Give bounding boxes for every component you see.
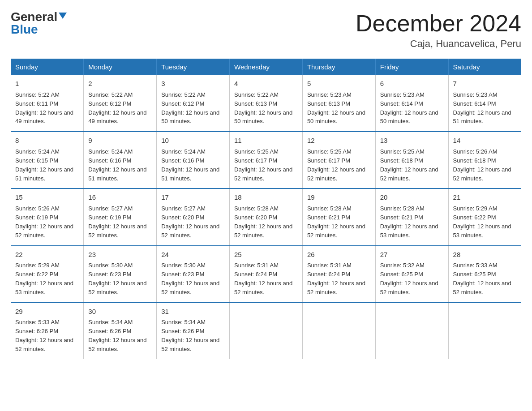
day-info: Sunrise: 5:22 AMSunset: 6:11 PMDaylight:… xyxy=(15,91,73,125)
calendar-day-cell: 4 Sunrise: 5:22 AMSunset: 6:13 PMDayligh… xyxy=(230,75,303,132)
calendar-header-row: SundayMondayTuesdayWednesdayThursdayFrid… xyxy=(11,59,521,75)
calendar-week-row: 29 Sunrise: 5:33 AMSunset: 6:26 PMDaylig… xyxy=(11,303,521,359)
day-info: Sunrise: 5:22 AMSunset: 6:13 PMDaylight:… xyxy=(234,91,292,125)
day-number: 4 xyxy=(234,79,298,89)
day-info: Sunrise: 5:32 AMSunset: 6:25 PMDaylight:… xyxy=(380,262,438,295)
day-number: 18 xyxy=(234,193,298,202)
logo-triangle-icon xyxy=(59,13,67,19)
day-info: Sunrise: 5:23 AMSunset: 6:14 PMDaylight:… xyxy=(453,91,511,125)
day-number: 3 xyxy=(161,79,225,89)
day-number: 28 xyxy=(453,250,517,260)
day-number: 2 xyxy=(88,79,152,89)
day-number: 23 xyxy=(88,250,152,260)
day-info: Sunrise: 5:26 AMSunset: 6:19 PMDaylight:… xyxy=(15,205,73,239)
calendar-day-cell: 26 Sunrise: 5:31 AMSunset: 6:24 PMDaylig… xyxy=(302,246,375,303)
day-info: Sunrise: 5:24 AMSunset: 6:15 PMDaylight:… xyxy=(15,148,73,182)
calendar-day-cell: 17 Sunrise: 5:27 AMSunset: 6:20 PMDaylig… xyxy=(157,188,230,245)
calendar-day-cell: 14 Sunrise: 5:26 AMSunset: 6:18 PMDaylig… xyxy=(448,132,521,188)
calendar-day-cell: 6 Sunrise: 5:23 AMSunset: 6:14 PMDayligh… xyxy=(375,75,448,132)
calendar-day-header: Monday xyxy=(84,59,157,75)
logo-blue-text: Blue xyxy=(11,23,38,36)
day-number: 13 xyxy=(380,136,444,146)
day-number: 27 xyxy=(380,250,444,260)
day-info: Sunrise: 5:29 AMSunset: 6:22 PMDaylight:… xyxy=(453,205,511,239)
logo: General Blue xyxy=(11,11,67,36)
calendar-day-cell: 11 Sunrise: 5:25 AMSunset: 6:17 PMDaylig… xyxy=(230,132,303,188)
day-info: Sunrise: 5:26 AMSunset: 6:18 PMDaylight:… xyxy=(453,148,511,182)
calendar-day-cell: 10 Sunrise: 5:24 AMSunset: 6:16 PMDaylig… xyxy=(157,132,230,188)
page-title: December 2024 xyxy=(356,11,521,36)
day-info: Sunrise: 5:30 AMSunset: 6:23 PMDaylight:… xyxy=(88,262,146,295)
calendar-day-cell: 2 Sunrise: 5:22 AMSunset: 6:12 PMDayligh… xyxy=(84,75,157,132)
day-info: Sunrise: 5:24 AMSunset: 6:16 PMDaylight:… xyxy=(161,148,219,182)
calendar-day-cell: 24 Sunrise: 5:30 AMSunset: 6:23 PMDaylig… xyxy=(157,246,230,303)
day-number: 1 xyxy=(15,79,79,89)
calendar-day-cell: 12 Sunrise: 5:25 AMSunset: 6:17 PMDaylig… xyxy=(302,132,375,188)
day-info: Sunrise: 5:22 AMSunset: 6:12 PMDaylight:… xyxy=(161,91,219,125)
calendar-day-cell: 21 Sunrise: 5:29 AMSunset: 6:22 PMDaylig… xyxy=(448,188,521,245)
logo-general-text: General xyxy=(11,11,57,23)
day-info: Sunrise: 5:28 AMSunset: 6:21 PMDaylight:… xyxy=(380,205,438,239)
day-number: 17 xyxy=(161,193,225,202)
calendar-day-cell: 3 Sunrise: 5:22 AMSunset: 6:12 PMDayligh… xyxy=(157,75,230,132)
day-number: 9 xyxy=(88,136,152,146)
day-info: Sunrise: 5:29 AMSunset: 6:22 PMDaylight:… xyxy=(15,262,73,295)
calendar-day-cell: 25 Sunrise: 5:31 AMSunset: 6:24 PMDaylig… xyxy=(230,246,303,303)
day-number: 12 xyxy=(307,136,371,146)
day-info: Sunrise: 5:25 AMSunset: 6:17 PMDaylight:… xyxy=(307,148,365,182)
calendar-day-cell: 22 Sunrise: 5:29 AMSunset: 6:22 PMDaylig… xyxy=(11,246,84,303)
day-info: Sunrise: 5:34 AMSunset: 6:26 PMDaylight:… xyxy=(88,319,146,352)
day-number: 19 xyxy=(307,193,371,202)
page-subtitle: Caja, Huancavelica, Peru xyxy=(356,38,521,50)
calendar-day-cell: 27 Sunrise: 5:32 AMSunset: 6:25 PMDaylig… xyxy=(375,246,448,303)
calendar-day-cell: 5 Sunrise: 5:23 AMSunset: 6:13 PMDayligh… xyxy=(302,75,375,132)
calendar-day-cell: 13 Sunrise: 5:25 AMSunset: 6:18 PMDaylig… xyxy=(375,132,448,188)
calendar-day-cell xyxy=(302,303,375,359)
day-info: Sunrise: 5:28 AMSunset: 6:20 PMDaylight:… xyxy=(234,205,292,239)
calendar-day-header: Friday xyxy=(375,59,448,75)
calendar-day-cell: 19 Sunrise: 5:28 AMSunset: 6:21 PMDaylig… xyxy=(302,188,375,245)
calendar-day-header: Wednesday xyxy=(230,59,303,75)
day-info: Sunrise: 5:33 AMSunset: 6:25 PMDaylight:… xyxy=(453,262,511,295)
calendar-week-row: 22 Sunrise: 5:29 AMSunset: 6:22 PMDaylig… xyxy=(11,246,521,303)
calendar-day-header: Saturday xyxy=(448,59,521,75)
calendar-table: SundayMondayTuesdayWednesdayThursdayFrid… xyxy=(11,59,521,359)
day-number: 7 xyxy=(453,79,517,89)
calendar-day-header: Tuesday xyxy=(157,59,230,75)
calendar-day-cell xyxy=(448,303,521,359)
day-number: 16 xyxy=(88,193,152,202)
day-number: 14 xyxy=(453,136,517,146)
day-number: 24 xyxy=(161,250,225,260)
calendar-day-cell: 20 Sunrise: 5:28 AMSunset: 6:21 PMDaylig… xyxy=(375,188,448,245)
day-info: Sunrise: 5:28 AMSunset: 6:21 PMDaylight:… xyxy=(307,205,365,239)
calendar-day-cell: 15 Sunrise: 5:26 AMSunset: 6:19 PMDaylig… xyxy=(11,188,84,245)
day-number: 15 xyxy=(15,193,79,202)
page-header: General Blue December 2024 Caja, Huancav… xyxy=(11,11,521,50)
day-info: Sunrise: 5:30 AMSunset: 6:23 PMDaylight:… xyxy=(161,262,219,295)
calendar-day-cell: 23 Sunrise: 5:30 AMSunset: 6:23 PMDaylig… xyxy=(84,246,157,303)
calendar-week-row: 1 Sunrise: 5:22 AMSunset: 6:11 PMDayligh… xyxy=(11,75,521,132)
calendar-day-cell: 30 Sunrise: 5:34 AMSunset: 6:26 PMDaylig… xyxy=(84,303,157,359)
calendar-day-cell: 29 Sunrise: 5:33 AMSunset: 6:26 PMDaylig… xyxy=(11,303,84,359)
day-number: 6 xyxy=(380,79,444,89)
day-number: 11 xyxy=(234,136,298,146)
day-info: Sunrise: 5:25 AMSunset: 6:18 PMDaylight:… xyxy=(380,148,438,182)
day-number: 5 xyxy=(307,79,371,89)
day-number: 26 xyxy=(307,250,371,260)
calendar-day-cell: 31 Sunrise: 5:34 AMSunset: 6:26 PMDaylig… xyxy=(157,303,230,359)
day-number: 29 xyxy=(15,307,79,317)
day-info: Sunrise: 5:31 AMSunset: 6:24 PMDaylight:… xyxy=(307,262,365,295)
calendar-week-row: 8 Sunrise: 5:24 AMSunset: 6:15 PMDayligh… xyxy=(11,132,521,188)
calendar-day-cell: 8 Sunrise: 5:24 AMSunset: 6:15 PMDayligh… xyxy=(11,132,84,188)
day-info: Sunrise: 5:23 AMSunset: 6:14 PMDaylight:… xyxy=(380,91,438,125)
day-number: 21 xyxy=(453,193,517,202)
calendar-day-cell: 1 Sunrise: 5:22 AMSunset: 6:11 PMDayligh… xyxy=(11,75,84,132)
day-info: Sunrise: 5:34 AMSunset: 6:26 PMDaylight:… xyxy=(161,319,219,352)
calendar-day-cell: 9 Sunrise: 5:24 AMSunset: 6:16 PMDayligh… xyxy=(84,132,157,188)
day-number: 25 xyxy=(234,250,298,260)
day-info: Sunrise: 5:27 AMSunset: 6:20 PMDaylight:… xyxy=(161,205,219,239)
day-info: Sunrise: 5:33 AMSunset: 6:26 PMDaylight:… xyxy=(15,319,73,352)
day-info: Sunrise: 5:22 AMSunset: 6:12 PMDaylight:… xyxy=(88,91,146,125)
calendar-day-cell xyxy=(230,303,303,359)
day-info: Sunrise: 5:24 AMSunset: 6:16 PMDaylight:… xyxy=(88,148,146,182)
